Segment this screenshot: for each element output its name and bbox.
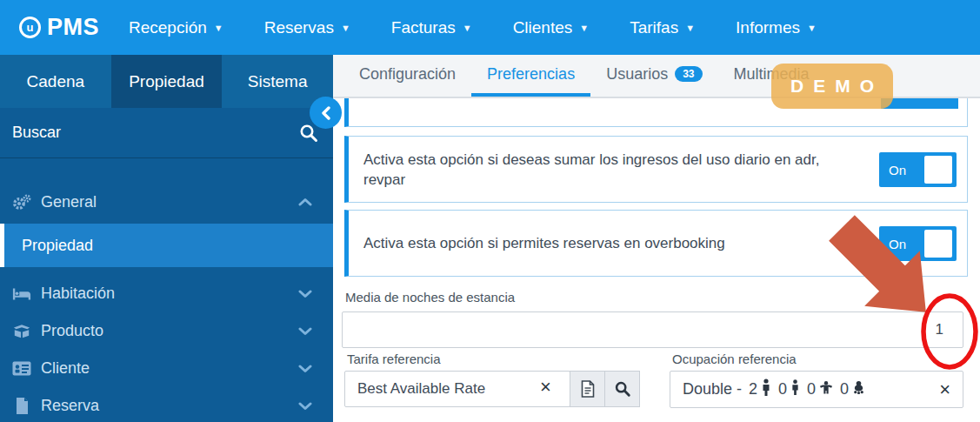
sidebar-item-label: Cliente	[41, 359, 90, 378]
file-icon	[10, 398, 33, 414]
chevron-down-icon: ▼	[463, 23, 472, 33]
tarifa-input-group: ×	[344, 371, 640, 407]
box-icon	[10, 324, 33, 339]
main-content: Configuración Preferencias Usuarios 33 M…	[333, 55, 980, 422]
toggle-description: Activa esta opción si deseas sumar los i…	[363, 150, 879, 190]
tab-configuracion[interactable]: Configuración	[343, 55, 471, 97]
search-icon	[614, 380, 631, 398]
tab-preferencias[interactable]: Preferencias	[471, 55, 590, 97]
chevron-down-icon	[298, 322, 312, 340]
tab-multimedia[interactable]: Multimedia	[718, 55, 825, 97]
chevron-left-icon	[320, 106, 332, 120]
gears-icon	[10, 193, 33, 212]
sidebar-item-label: Reserva	[41, 397, 99, 415]
sidebar-tabs: Cadena Propiedad Sistema	[0, 55, 333, 108]
toggle-switch[interactable]	[881, 98, 958, 109]
sidebar-item-label: Habitación	[41, 285, 115, 303]
toggle-state-label: On	[889, 236, 906, 251]
id-card-icon	[10, 361, 33, 376]
app-window: u PMS Recepción ▼ Reservas ▼ Facturas ▼ …	[0, 0, 980, 422]
tarifa-search-button[interactable]	[604, 371, 640, 407]
sidebar-collapse-button[interactable]	[310, 97, 342, 129]
toggle-card-overbooking: Activa esta opción si permites reservas …	[344, 210, 968, 277]
chevron-down-icon: ▼	[685, 23, 695, 33]
menu-label: Clientes	[513, 18, 573, 37]
menu-label: Informes	[736, 18, 800, 37]
media-noches-label: Media de noches de estancia	[345, 290, 515, 305]
tab-usuarios[interactable]: Usuarios 33	[590, 55, 717, 97]
ocupacion-value: Double -	[683, 380, 742, 399]
toggle-knob	[924, 156, 952, 184]
tarifa-document-button[interactable]	[570, 371, 605, 407]
sidebar-tab-propiedad[interactable]: Propiedad	[111, 55, 223, 108]
menu-item-clientes[interactable]: Clientes ▼	[513, 18, 590, 37]
clear-icon[interactable]: ×	[540, 378, 551, 397]
search-icon[interactable]	[298, 123, 319, 147]
sidebar-item-label: Producto	[41, 322, 103, 340]
toggle-state-label: On	[889, 162, 906, 177]
bed-icon	[10, 286, 33, 302]
menu-item-facturas[interactable]: Facturas ▼	[391, 18, 472, 37]
sidebar-item-producto[interactable]: Producto	[0, 312, 333, 350]
adult-icon	[761, 378, 771, 400]
child-icon	[819, 380, 833, 399]
sidebar-item-habitacion[interactable]: Habitación	[0, 275, 333, 312]
ocupacion-label: Ocupación referencia	[672, 352, 797, 366]
menu-item-informes[interactable]: Informes ▼	[736, 18, 817, 37]
toggle-card-adr-revpar: Activa esta opción si deseas sumar los i…	[344, 136, 968, 203]
search-input[interactable]	[0, 124, 278, 142]
chevron-up-icon	[298, 193, 312, 211]
menu-item-tarifas[interactable]: Tarifas ▼	[630, 18, 695, 37]
toggle-card-partial	[344, 98, 968, 127]
adult-icon	[790, 379, 800, 399]
baby-count: 0	[840, 380, 849, 399]
chevron-down-icon: ▼	[579, 23, 589, 33]
toggle-switch-overbooking[interactable]: On	[879, 226, 957, 261]
chevron-down-icon	[298, 285, 312, 303]
sidebar-search	[0, 108, 333, 158]
toggle-switch-adr[interactable]: On	[879, 152, 957, 187]
logo-circle-icon: u	[19, 17, 41, 38]
media-noches-input[interactable]	[342, 311, 963, 348]
sidebar-item-propiedad[interactable]: Propiedad	[0, 224, 333, 267]
child-count: 0	[807, 380, 816, 399]
menu-label: Reservas	[264, 18, 334, 37]
chevron-down-icon	[298, 359, 312, 378]
sidebar-tab-cadena[interactable]: Cadena	[0, 55, 111, 108]
tarifa-label: Tarifa referencia	[347, 352, 441, 366]
menu-label: Facturas	[391, 18, 456, 37]
sidebar-item-general[interactable]: General	[0, 181, 333, 224]
app-logo[interactable]: u PMS	[19, 14, 99, 41]
users-count-badge: 33	[675, 66, 702, 82]
sidebar-item-cliente[interactable]: Cliente	[0, 350, 333, 387]
adult-count: 2	[749, 380, 757, 399]
main-menu: Recepción ▼ Reservas ▼ Facturas ▼ Client…	[129, 18, 817, 37]
menu-label: Tarifas	[630, 18, 678, 37]
sidebar-item-label: Propiedad	[22, 237, 93, 255]
clear-icon[interactable]: ×	[939, 380, 950, 399]
chevron-down-icon: ▼	[341, 23, 350, 33]
toggle-description: Activa esta opción si permites reservas …	[363, 233, 879, 253]
adult-count-2: 0	[778, 380, 787, 399]
sidebar: Cadena Propiedad Sistema General	[0, 55, 333, 422]
menu-item-reservas[interactable]: Reservas ▼	[264, 18, 350, 37]
tab-label: Usuarios	[606, 65, 668, 84]
logo-text: PMS	[47, 14, 99, 41]
content-tabbar: Configuración Preferencias Usuarios 33 M…	[333, 55, 980, 98]
chevron-down-icon	[298, 397, 312, 415]
chevron-down-icon: ▼	[807, 23, 817, 33]
menu-label: Recepción	[129, 18, 207, 37]
chevron-down-icon: ▼	[214, 23, 223, 33]
sidebar-item-label: General	[41, 193, 97, 211]
ocupacion-select[interactable]: Double - 2 0 0 0 ×	[670, 371, 963, 408]
baby-icon	[852, 380, 865, 399]
toggle-knob	[924, 230, 952, 258]
top-navbar: u PMS Recepción ▼ Reservas ▼ Facturas ▼ …	[0, 0, 980, 55]
menu-item-recepcion[interactable]: Recepción ▼	[129, 18, 223, 37]
sidebar-item-reserva[interactable]: Reserva	[0, 387, 333, 422]
tarifa-input[interactable]	[344, 371, 570, 407]
document-icon	[581, 380, 595, 398]
